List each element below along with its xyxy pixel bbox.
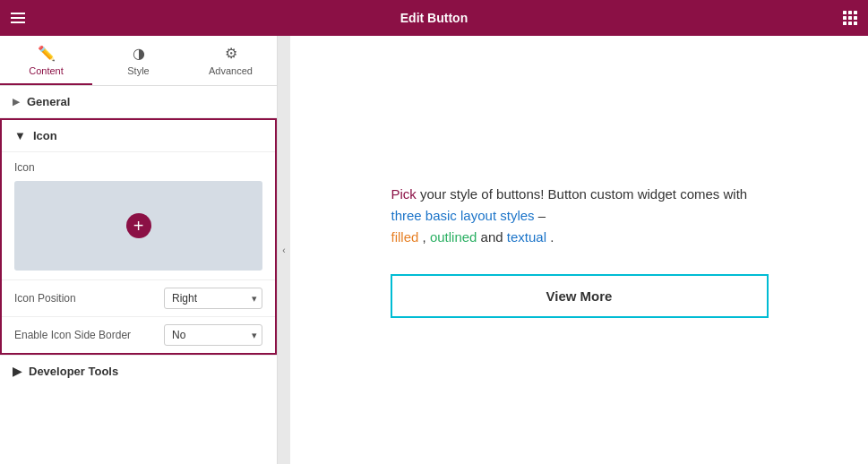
text-three-basic: three basic layout styles [391,208,535,223]
general-arrow-icon: ▶ [13,97,20,107]
icon-arrow-icon: ▼ [14,129,26,142]
icon-position-label: Icon Position [14,292,164,305]
content-description: Pick your style of buttons! Button custo… [391,184,768,248]
text-your-style: your style of buttons! Button custom wid… [420,186,747,202]
enable-border-control: No Yes [164,324,262,346]
developer-tools-label: Developer Tools [29,365,118,378]
devtools-arrow-icon: ▶ [13,365,21,378]
text-pick: Pick [391,186,417,202]
hamburger-line-1 [11,13,25,14]
hamburger-line-3 [11,21,25,23]
left-panel: ✏️ Content ◑ Style ⚙ Advanced ▶ General [0,36,278,464]
icon-position-select[interactable]: Right Left [164,288,262,309]
text-filled: filled [391,229,419,245]
menu-icon[interactable] [11,13,25,23]
icon-section-label: Icon [33,129,57,142]
icon-field-label: Icon [14,161,262,174]
icon-position-control: Right Left [164,288,262,309]
tab-content-label: Content [29,65,64,76]
enable-border-label: Enable Icon Side Border [14,329,164,341]
advanced-tab-icon: ⚙ [225,45,237,62]
enable-border-select[interactable]: No Yes [164,324,262,346]
text-period: . [550,229,554,245]
enable-border-select-wrapper: No Yes [164,324,262,346]
header-title: Edit Button [400,11,468,25]
general-section-label: General [27,95,70,108]
general-section-header[interactable]: ▶ General [0,86,277,118]
text-dash: – [538,208,546,223]
icon-section-header[interactable]: ▼ Icon [2,120,275,152]
main-layout: ✏️ Content ◑ Style ⚙ Advanced ▶ General [0,36,868,464]
text-comma: , [423,229,430,245]
grid-icon[interactable] [843,11,857,25]
style-tab-icon: ◑ [133,45,145,62]
icon-field: Icon + [2,152,275,279]
text-textual: textual [507,229,546,245]
icon-upload-area[interactable]: + [14,181,262,271]
tab-advanced[interactable]: ⚙ Advanced [185,36,277,85]
collapse-icon: ‹ [282,245,285,255]
tab-style-label: Style [127,65,149,76]
icon-section: ▼ Icon Icon + Icon Position [0,118,277,355]
content-tab-icon: ✏️ [38,45,56,62]
tab-style[interactable]: ◑ Style [92,36,185,85]
tab-content[interactable]: ✏️ Content [0,36,92,85]
hamburger-line-2 [11,17,25,19]
developer-tools-header[interactable]: ▶ Developer Tools [0,355,277,387]
view-more-button[interactable]: View More [391,275,768,317]
tab-advanced-label: Advanced [209,65,253,76]
header: Edit Button [0,0,868,36]
enable-border-row: Enable Icon Side Border No Yes [2,316,275,353]
icon-position-row: Icon Position Right Left [2,279,275,316]
text-and: and [481,229,507,245]
right-content: Pick your style of buttons! Button custo… [290,36,868,464]
panel-content: ▶ General ▼ Icon Icon + Icon Po [0,86,277,464]
collapse-handle[interactable]: ‹ [278,36,290,464]
icon-position-select-wrapper: Right Left [164,288,262,309]
text-outlined: outlined [430,229,477,245]
tabs-bar: ✏️ Content ◑ Style ⚙ Advanced [0,36,277,86]
icon-add-button[interactable]: + [126,213,151,238]
content-description-block: Pick your style of buttons! Button custo… [391,184,768,248]
